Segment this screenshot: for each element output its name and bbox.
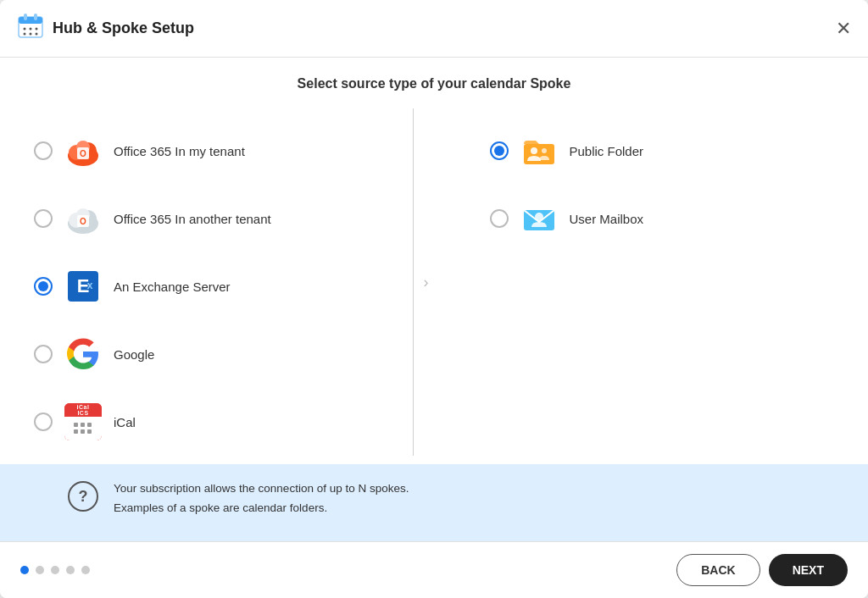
radio-o365-tenant[interactable] <box>34 141 53 160</box>
close-button[interactable]: ✕ <box>836 19 851 38</box>
ical-grid-area <box>64 417 102 440</box>
info-icon: ? <box>68 481 98 512</box>
hub-spoke-dialog: Hub & Spoke Setup ✕ Select source type o… <box>0 0 868 598</box>
radio-user-mailbox[interactable] <box>490 209 509 228</box>
dot-5 <box>81 566 90 574</box>
svg-rect-2 <box>24 14 27 20</box>
label-google: Google <box>114 347 154 362</box>
radio-o365-another[interactable] <box>34 209 53 228</box>
option-ical[interactable]: iCalICS <box>34 388 379 456</box>
svg-point-27 <box>531 147 537 154</box>
dialog-footer: BACK NEXT <box>0 541 868 598</box>
info-line2: Examples of a spoke are calendar folders… <box>114 499 472 518</box>
exchange-icon: E x <box>64 268 102 305</box>
ical-top-label: iCalICS <box>64 403 102 417</box>
radio-exchange[interactable] <box>34 277 53 296</box>
next-button[interactable]: NEXT <box>769 554 848 586</box>
info-bar: ? Your subscription allows the connectio… <box>0 464 868 541</box>
svg-text:x: x <box>87 280 93 291</box>
svg-point-28 <box>542 148 547 153</box>
radio-google[interactable] <box>34 345 53 363</box>
user-mailbox-icon <box>520 200 558 237</box>
progress-dots <box>20 566 90 574</box>
option-public-folder[interactable]: Public Folder <box>490 117 835 185</box>
svg-rect-3 <box>34 14 37 20</box>
option-google[interactable]: Google <box>34 320 379 388</box>
dialog-title: Hub & Spoke Setup <box>53 19 194 37</box>
svg-point-7 <box>24 33 26 36</box>
dot-3 <box>51 566 59 574</box>
info-text: Your subscription allows the connection … <box>114 479 472 541</box>
back-button[interactable]: BACK <box>676 554 760 586</box>
svg-text:O: O <box>80 149 86 158</box>
svg-point-4 <box>24 28 26 30</box>
label-public-folder: Public Folder <box>570 144 644 158</box>
options-area: O Office 365 In my tenant <box>0 100 868 464</box>
divider-arrow: › <box>414 108 439 456</box>
label-o365-tenant: Office 365 In my tenant <box>114 144 245 158</box>
svg-rect-1 <box>19 17 42 24</box>
office365-tenant-icon: O <box>64 132 102 169</box>
svg-text:O: O <box>80 217 86 226</box>
option-exchange[interactable]: E x An Exchange Server <box>34 252 379 320</box>
calendar-icon <box>17 12 44 45</box>
footer-buttons: BACK NEXT <box>676 554 848 586</box>
info-line1: Your subscription allows the connection … <box>114 479 472 499</box>
dot-4 <box>66 566 75 574</box>
svg-point-8 <box>30 33 32 36</box>
radio-ical[interactable] <box>34 413 53 431</box>
svg-point-6 <box>36 28 38 30</box>
option-user-mailbox[interactable]: User Mailbox <box>490 185 835 252</box>
radio-public-folder[interactable] <box>490 141 509 160</box>
office365-another-icon: O <box>64 200 102 237</box>
label-o365-another: Office 365 In another tenant <box>114 212 271 226</box>
dialog-header: Hub & Spoke Setup ✕ <box>0 0 868 58</box>
google-icon <box>64 335 102 373</box>
dialog-body: Select source type of your calendar Spok… <box>0 58 868 541</box>
svg-point-9 <box>36 33 38 36</box>
section-title: Select source type of your calendar Spok… <box>0 58 868 100</box>
right-column: Public Folder <box>439 108 835 456</box>
svg-rect-26 <box>524 144 554 164</box>
ical-icon: iCalICS <box>64 403 102 440</box>
svg-point-30 <box>535 213 543 221</box>
svg-point-5 <box>30 28 32 30</box>
left-column: O Office 365 In my tenant <box>34 108 414 456</box>
label-exchange: An Exchange Server <box>114 280 231 294</box>
public-folder-icon <box>520 132 558 169</box>
label-ical: iCal <box>114 415 136 429</box>
option-o365-tenant[interactable]: O Office 365 In my tenant <box>34 117 379 185</box>
option-o365-another[interactable]: O Office 365 In another tenant <box>34 185 379 252</box>
dot-2 <box>36 566 44 574</box>
label-user-mailbox: User Mailbox <box>570 212 644 226</box>
title-group: Hub & Spoke Setup <box>17 12 194 45</box>
dot-1 <box>20 566 29 574</box>
